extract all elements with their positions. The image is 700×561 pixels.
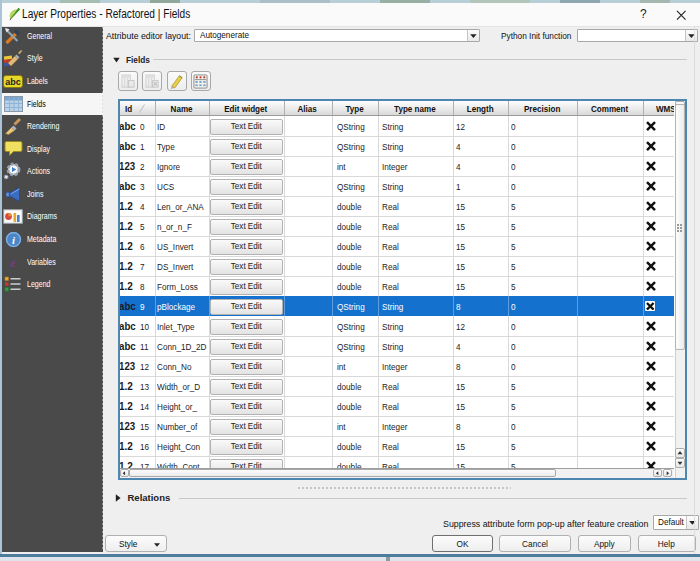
svg-text:abc: abc — [5, 77, 21, 87]
svg-text:ε: ε — [10, 255, 16, 270]
